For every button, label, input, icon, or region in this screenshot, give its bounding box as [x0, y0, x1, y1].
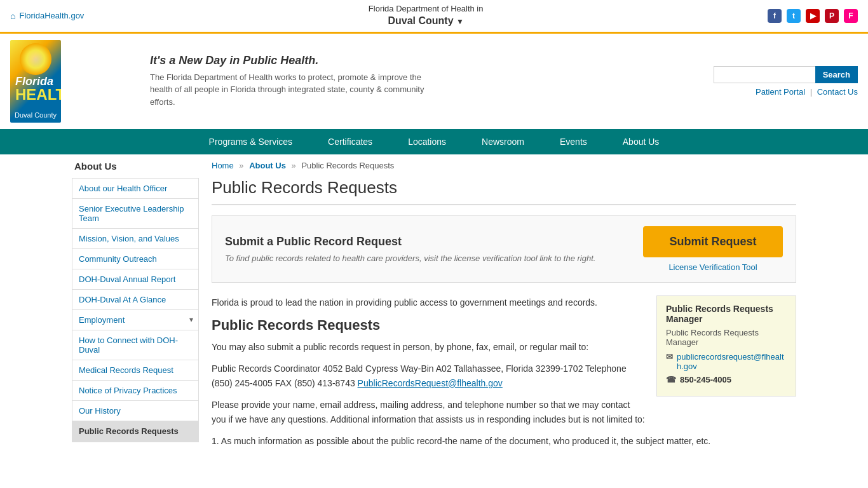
- header: Florida HEALTH Duval County It's a New D…: [0, 34, 868, 129]
- sidebar-link-connect[interactable]: How to Connect with DOH-Duval: [72, 330, 198, 360]
- tagline-description: The Florida Department of Health works t…: [150, 71, 430, 109]
- sidebar-menu: About our Health Officer Senior Executiv…: [72, 178, 199, 442]
- twitter-icon[interactable]: t: [787, 9, 801, 23]
- sidebar-link-mission[interactable]: Mission, Vision, and Values: [72, 229, 198, 248]
- sidebar-item-at-glance: DOH-Duval At A Glance: [72, 290, 198, 310]
- pinterest-icon[interactable]: P: [825, 9, 839, 23]
- address-email-link[interactable]: PublicRecordsRequest@flhealth.gov: [358, 378, 503, 388]
- facebook-icon[interactable]: f: [768, 9, 782, 23]
- sidebar-item-connect: How to Connect with DOH-Duval: [72, 330, 198, 360]
- dropdown-arrow-icon[interactable]: ▼: [456, 17, 464, 26]
- social-icons: f t ▶ P F: [768, 9, 858, 23]
- breadcrumb-current: Public Records Requests: [301, 161, 394, 170]
- sidebar-item-history: Our History: [72, 401, 198, 421]
- top-bar-center: Florida Department of Health in Duval Co…: [84, 4, 768, 28]
- top-bar: ⌂ FloridaHealth.gov Florida Department o…: [0, 0, 868, 34]
- logo-health: HEALTH: [15, 86, 61, 104]
- main-nav: Programs & Services Certificates Locatio…: [0, 129, 868, 154]
- nav-newsroom[interactable]: Newsroom: [464, 129, 542, 154]
- logo-area: Florida HEALTH Duval County: [10, 40, 137, 123]
- breadcrumb-home[interactable]: Home: [212, 161, 234, 170]
- submit-box-right: Submit Request License Verification Tool: [643, 226, 783, 272]
- sidebar-item-annual-report: DOH-Duval Annual Report: [72, 269, 198, 290]
- body-text3: 1. As much information as possible about…: [212, 434, 796, 448]
- sidebar-item-health-officer: About our Health Officer: [72, 179, 198, 199]
- search-input[interactable]: [714, 66, 815, 83]
- info-box-email[interactable]: publicrecordsrequest@flhealth.gov: [677, 352, 787, 371]
- header-tagline: It's a New Day in Public Health. The Flo…: [150, 54, 701, 109]
- county-label: Duval County ▼: [84, 15, 768, 28]
- info-box-phone: 850-245-4005: [680, 375, 731, 384]
- sidebar-link-annual-report[interactable]: DOH-Duval Annual Report: [72, 269, 198, 289]
- nav-about[interactable]: About Us: [605, 129, 677, 154]
- sidebar-link-medical-records[interactable]: Medical Records Request: [72, 360, 198, 380]
- header-search: Search Patient Portal | Contact Us: [714, 66, 858, 97]
- main-body-area: Public Records Requests Manager Public R…: [212, 295, 796, 456]
- logo-box: Florida HEALTH Duval County: [10, 40, 61, 123]
- submit-box: Submit a Public Record Request To find p…: [212, 215, 796, 283]
- search-row: Search: [714, 66, 858, 83]
- license-verification-link[interactable]: License Verification Tool: [668, 262, 757, 272]
- search-button[interactable]: Search: [815, 66, 858, 83]
- contact-us-link[interactable]: Contact Us: [817, 87, 858, 97]
- logo-county: Duval County: [15, 111, 57, 119]
- info-box-manager-role: Public Records Requests Manager: [666, 328, 787, 347]
- breadcrumb: Home » About Us » Public Records Request…: [212, 161, 796, 170]
- florida-health-link[interactable]: FloridaHealth.gov: [19, 11, 84, 20]
- sidebar-link-leadership[interactable]: Senior Executive Leadership Team: [72, 199, 198, 228]
- sidebar-item-leadership: Senior Executive Leadership Team: [72, 199, 198, 229]
- sidebar: About Us About our Health Officer Senior…: [72, 161, 199, 456]
- dept-label: Florida Department of Health in: [369, 4, 484, 13]
- nav-locations[interactable]: Locations: [390, 129, 464, 154]
- sidebar-item-privacy: Notice of Privacy Practices: [72, 381, 198, 401]
- sidebar-link-public-records[interactable]: Public Records Requests: [72, 421, 198, 441]
- submit-heading: Submit a Public Record Request: [225, 235, 595, 248]
- main-body: Public Records Requests Manager Public R…: [212, 295, 796, 456]
- divider: |: [810, 87, 815, 97]
- patient-portal-link[interactable]: Patient Portal: [756, 87, 805, 97]
- top-bar-left: ⌂ FloridaHealth.gov: [10, 11, 84, 21]
- email-icon: ✉: [666, 352, 673, 362]
- phone-icon: ☎: [666, 375, 676, 384]
- nav-programs[interactable]: Programs & Services: [191, 129, 310, 154]
- sidebar-item-medical-records: Medical Records Request: [72, 360, 198, 381]
- home-icon: ⌂: [10, 11, 15, 21]
- sidebar-link-outreach[interactable]: Community Outreach: [72, 249, 198, 269]
- info-box: Public Records Requests Manager Public R…: [656, 295, 796, 396]
- expand-arrow-icon[interactable]: ▾: [184, 310, 198, 329]
- sidebar-link-employment[interactable]: Employment: [72, 310, 184, 330]
- sidebar-link-history[interactable]: Our History: [72, 401, 198, 421]
- page-title: Public Records Requests: [212, 178, 796, 205]
- body-text2: Please provide your name, email address,…: [212, 398, 796, 426]
- flickr-icon[interactable]: F: [844, 9, 858, 23]
- header-links: Patient Portal | Contact Us: [756, 87, 858, 97]
- sidebar-title: About Us: [72, 161, 199, 172]
- sidebar-item-employment: Employment ▾: [72, 310, 198, 330]
- sidebar-item-mission: Mission, Vision, and Values: [72, 229, 198, 249]
- youtube-icon[interactable]: ▶: [806, 9, 820, 23]
- info-box-phone-row: ☎ 850-245-4005: [666, 375, 787, 384]
- info-box-email-row: ✉ publicrecordsrequest@flhealth.gov: [666, 352, 787, 371]
- breadcrumb-sep2: »: [292, 161, 299, 170]
- sidebar-link-health-officer[interactable]: About our Health Officer: [72, 179, 198, 198]
- sidebar-item-public-records: Public Records Requests: [72, 421, 198, 442]
- breadcrumb-sep1: »: [239, 161, 246, 170]
- content-wrapper: About Us About our Health Officer Senior…: [65, 154, 803, 469]
- nav-events[interactable]: Events: [542, 129, 605, 154]
- main-content: Home » About Us » Public Records Request…: [212, 161, 796, 456]
- logo-sun: [20, 43, 51, 75]
- sidebar-item-outreach: Community Outreach: [72, 249, 198, 269]
- submit-box-left: Submit a Public Record Request To find p…: [225, 235, 595, 263]
- sidebar-link-privacy[interactable]: Notice of Privacy Practices: [72, 381, 198, 400]
- submit-request-button[interactable]: Submit Request: [643, 226, 783, 257]
- breadcrumb-about[interactable]: About Us: [249, 161, 286, 170]
- sidebar-link-at-glance[interactable]: DOH-Duval At A Glance: [72, 290, 198, 309]
- info-box-title: Public Records Requests Manager: [666, 304, 787, 324]
- nav-certificates[interactable]: Certificates: [310, 129, 390, 154]
- tagline-heading: It's a New Day in Public Health.: [150, 54, 701, 67]
- submit-description: To find public records related to health…: [225, 254, 595, 263]
